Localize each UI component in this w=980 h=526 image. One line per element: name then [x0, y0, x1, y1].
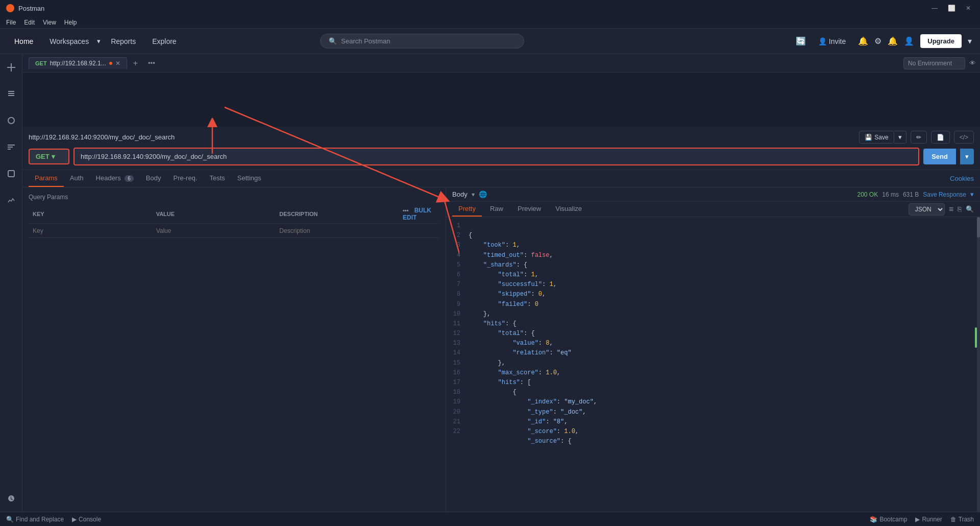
desc-input[interactable] — [279, 227, 395, 234]
save-button[interactable]: 💾 Save — [859, 131, 894, 144]
tabbar: GET http://192.168.92.1... ✕ + ••• No En… — [0, 54, 980, 73]
sidebar-item-collections[interactable] — [2, 85, 20, 103]
search-icon: 🔍 — [329, 37, 337, 45]
save-dropdown-button[interactable]: ▾ — [894, 131, 906, 144]
env-eye-icon[interactable]: 👁 — [969, 59, 976, 67]
trash-icon: 🗑 — [950, 516, 957, 523]
close-button[interactable]: ✕ — [963, 4, 974, 13]
resp-tab-preview[interactable]: Preview — [511, 202, 547, 217]
breadcrumb-bar: http://192.168.92.140:9200/my_doc/_doc/_… — [29, 131, 974, 144]
sidebar-item-environments[interactable] — [2, 138, 20, 156]
trash-button[interactable]: 🗑 Trash — [950, 516, 974, 523]
bootcamp-button[interactable]: 📚 Bootcamp — [870, 516, 907, 523]
line-numbers: 12345 678910 1112131415 1617181920 2122 — [446, 217, 467, 526]
code-indicator — [975, 327, 977, 348]
response-header: Body ▾ 🌐 200 OK 16 ms 631 B Save Respons… — [446, 187, 980, 202]
invite-icon: 👤 — [818, 37, 827, 45]
edit-button[interactable]: ✏ — [911, 131, 927, 144]
maximize-button[interactable]: ⬜ — [945, 4, 959, 13]
resp-tab-raw[interactable]: Raw — [484, 202, 509, 217]
resp-tab-visualize[interactable]: Visualize — [549, 202, 588, 217]
cookies-button[interactable]: Cookies — [950, 175, 974, 182]
desc-column-header: DESCRIPTION — [275, 205, 399, 224]
split-pane: Query Params KEY VALUE DESCRIPTION — [22, 187, 980, 526]
tab-close-button[interactable]: ✕ — [115, 60, 120, 67]
sidebar-item-apis[interactable] — [2, 111, 20, 130]
settings-icon[interactable]: ⚙ — [874, 36, 881, 46]
key-input[interactable] — [33, 227, 148, 234]
url-input-wrapper — [74, 148, 919, 165]
body-label: Body — [452, 190, 468, 198]
more-params-icon[interactable]: ••• — [403, 207, 409, 213]
runner-button[interactable]: ▶ Runner — [915, 516, 942, 523]
console-button[interactable]: ▶ Console — [72, 516, 101, 523]
window-controls[interactable]: — ⬜ ✕ — [928, 4, 974, 13]
url-input[interactable] — [75, 149, 918, 164]
search-response-icon[interactable]: 🔍 — [966, 205, 974, 213]
menu-edit[interactable]: Edit — [24, 19, 35, 26]
format-select[interactable]: JSON XML Text — [909, 203, 945, 216]
save-response-button[interactable]: Save Response — [923, 191, 966, 198]
tab-body[interactable]: Body — [140, 170, 167, 187]
sidebar-item-mock-servers[interactable] — [2, 164, 20, 183]
value-input[interactable] — [156, 227, 272, 234]
workspaces-chevron: ▾ — [97, 37, 101, 45]
tab-dirty-indicator — [109, 62, 112, 65]
env-dropdown[interactable]: No Environment — [903, 57, 965, 69]
send-button[interactable]: Send — [923, 149, 956, 164]
reports-button[interactable]: Reports — [105, 34, 142, 49]
menu-help[interactable]: Help — [64, 19, 77, 26]
send-dropdown-button[interactable]: ▾ — [960, 149, 974, 164]
scrollbar-track[interactable] — [977, 217, 980, 526]
params-table: KEY VALUE DESCRIPTION ••• Bulk Edit — [29, 205, 439, 238]
menubar: File Edit View Help — [0, 16, 980, 29]
tab-headers[interactable]: Headers 6 — [90, 170, 140, 187]
method-selector[interactable]: GET ▾ — [29, 149, 69, 164]
home-button[interactable]: Home — [8, 34, 39, 49]
save-response-chevron[interactable]: ▾ — [970, 190, 974, 198]
notification-icon[interactable]: 🔔 — [858, 36, 868, 46]
menu-view[interactable]: View — [43, 19, 56, 26]
docs-button[interactable]: 📄 — [931, 131, 950, 144]
resp-tab-pretty[interactable]: Pretty — [452, 202, 482, 217]
tab-auth[interactable]: Auth — [64, 170, 90, 187]
workspaces-menu[interactable]: Workspaces ▾ — [43, 34, 101, 49]
menu-file[interactable]: File — [6, 19, 16, 26]
tab-params[interactable]: Params — [29, 170, 64, 187]
left-sidebar — [0, 54, 22, 512]
svg-point-0 — [8, 6, 13, 11]
scrollbar-thumb[interactable] — [977, 217, 980, 237]
new-tab-button[interactable]: + — [129, 57, 142, 70]
word-wrap-icon[interactable]: ≡ — [949, 205, 953, 214]
urlbar-container: http://192.168.92.140:9200/my_doc/_doc/_… — [22, 127, 980, 170]
active-tab[interactable]: GET http://192.168.92.1... ✕ — [29, 57, 127, 69]
sidebar-item-monitors[interactable] — [2, 191, 20, 209]
copy-icon[interactable]: ⎘ — [958, 205, 962, 213]
urlbar: GET ▾ Send ▾ — [29, 148, 974, 165]
method-chevron: ▾ — [52, 153, 55, 160]
upgrade-button[interactable]: Upgrade — [920, 34, 962, 48]
tab-tests[interactable]: Tests — [203, 170, 231, 187]
method-label: GET — [36, 153, 50, 160]
more-tabs-button[interactable]: ••• — [144, 57, 159, 69]
user-avatar[interactable]: 👤 — [904, 36, 914, 46]
find-replace-button[interactable]: 🔍 Find and Replace — [6, 516, 64, 523]
tab-settings[interactable]: Settings — [231, 170, 267, 187]
invite-button[interactable]: 👤 Invite — [812, 34, 852, 49]
explore-button[interactable]: Explore — [146, 34, 182, 49]
search-bar[interactable]: 🔍 Search Postman — [320, 34, 524, 49]
code-button[interactable]: </> — [954, 131, 974, 144]
workspaces-button[interactable]: Workspaces — [43, 34, 95, 49]
save-button-group: 💾 Save ▾ — [859, 131, 906, 144]
expand-icon[interactable]: ▾ — [968, 36, 972, 46]
main-wrapper: http://192.168.92.140:9200/my_doc/_doc/_… — [0, 127, 980, 526]
tab-prereq[interactable]: Pre-req. — [167, 170, 204, 187]
minimize-button[interactable]: — — [928, 4, 941, 13]
bell-icon[interactable]: 🔔 — [888, 36, 898, 46]
find-replace-icon: 🔍 — [6, 516, 14, 523]
sidebar-item-history[interactable] — [2, 489, 20, 508]
sync-icon[interactable]: 🔄 — [796, 36, 806, 46]
json-content: { "took": 1, "timed_out": false, "_shard… — [467, 217, 980, 526]
body-dropdown[interactable]: ▾ — [472, 191, 475, 198]
sidebar-item-new-request[interactable] — [2, 58, 20, 77]
